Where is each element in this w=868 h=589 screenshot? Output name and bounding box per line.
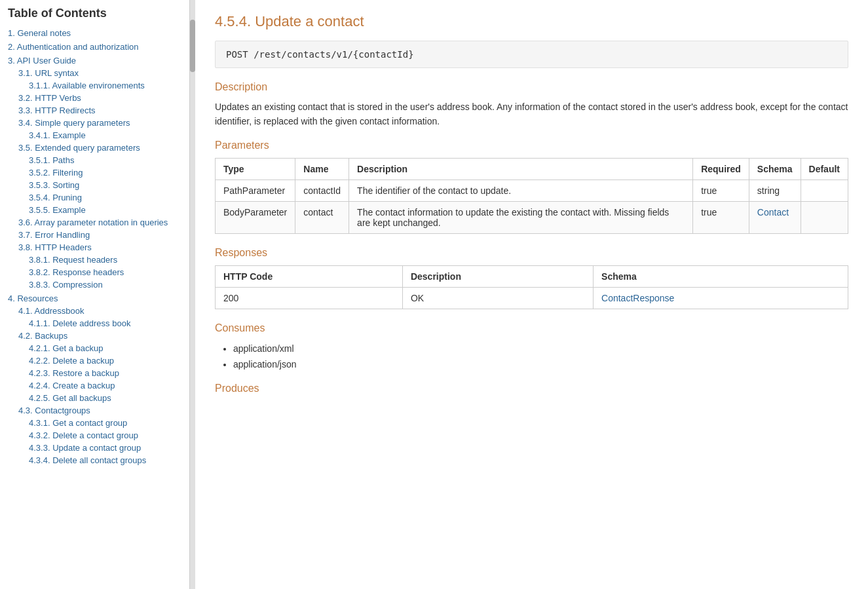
responses-section-title: Responses [215,247,848,259]
toc-title: Table of Contents [8,7,181,20]
toc-item[interactable]: 4.2.5. Get all backups [8,392,181,404]
params-table-header: Name [295,158,349,180]
toc-item[interactable]: 3.5.4. Pruning [8,191,181,204]
params-table-header: Schema [749,158,801,180]
schema-link[interactable]: Contact [757,207,789,218]
toc-item[interactable]: 3.8.1. Request headers [8,254,181,266]
responses-table-header: HTTP Code [216,265,403,287]
main-content: 4.5.4. Update a contact POST /rest/conta… [195,0,868,589]
page-title: 4.5.4. Update a contact [215,13,848,30]
toc-list: 1. General notes2. Authentication and au… [8,27,181,466]
description-text: Updates an existing contact that is stor… [215,100,848,129]
toc-item[interactable]: 4.1. Addressbook [8,305,181,317]
toc-item[interactable]: 3.5. Extended query parameters [8,142,181,154]
toc-item[interactable]: 3.7. Error Handling [8,229,181,241]
toc-item[interactable]: 3.1. URL syntax [8,67,181,79]
sidebar: Table of Contents 1. General notes2. Aut… [0,0,190,589]
toc-item[interactable]: 4.3.2. Delete a contact group [8,429,181,442]
toc-item[interactable]: 4.2.3. Restore a backup [8,367,181,379]
description-section-title: Description [215,81,848,93]
params-table-header: Type [216,158,295,180]
produces-section-title: Produces [215,383,848,394]
list-item: application/json [233,356,848,372]
toc-item[interactable]: 4.2.4. Create a backup [8,379,181,392]
toc-item[interactable]: 3.5.2. Filtering [8,166,181,179]
toc-item[interactable]: 4.3. Contactgroups [8,404,181,417]
toc-item[interactable]: 4.3.4. Delete all contact groups [8,454,181,466]
parameters-table: TypeNameDescriptionRequiredSchemaDefault… [215,158,848,234]
toc-item[interactable]: 3.1.1. Available environements [8,79,181,92]
responses-table: HTTP CodeDescriptionSchema 200OKContactR… [215,265,848,309]
toc-item[interactable]: 3.3. HTTP Redirects [8,104,181,117]
scrollbar-track[interactable] [190,0,195,589]
toc-item[interactable]: 2. Authentication and authorization [8,41,181,53]
scrollbar-thumb[interactable] [190,20,195,72]
code-block: POST /rest/contacts/v1/{contactId} [215,41,848,68]
consumes-list: application/xmlapplication/json [215,341,848,372]
params-table-header: Description [349,158,693,180]
toc-item[interactable]: 3.5.3. Sorting [8,179,181,191]
responses-table-header: Schema [594,265,848,287]
toc-item[interactable]: 3.4.1. Example [8,129,181,142]
table-row: BodyParametercontactThe contact informat… [216,201,848,233]
toc-item[interactable]: 3.2. HTTP Verbs [8,92,181,104]
toc-item[interactable]: 3.5.1. Paths [8,154,181,166]
toc-item[interactable]: 3.8.2. Response headers [8,266,181,278]
responses-table-header: Description [402,265,593,287]
consumes-section-title: Consumes [215,322,848,334]
toc-item[interactable]: 4.2. Backups [8,330,181,342]
toc-item[interactable]: 4.3.3. Update a contact group [8,442,181,454]
table-row: PathParametercontactIdThe identifier of … [216,180,848,201]
toc-item[interactable]: 3.8. HTTP Headers [8,241,181,254]
params-table-header: Required [693,158,749,180]
toc-item[interactable]: 1. General notes [8,27,181,39]
toc-item[interactable]: 3.4. Simple query parameters [8,117,181,129]
toc-item[interactable]: 4.1.1. Delete address book [8,317,181,330]
schema-link[interactable]: ContactResponse [601,293,674,303]
toc-item[interactable]: 3.8.3. Compression [8,278,181,291]
toc-item[interactable]: 4. Resources [8,292,181,305]
list-item: application/xml [233,341,848,356]
toc-item[interactable]: 3.5.5. Example [8,204,181,216]
toc-item[interactable]: 4.3.1. Get a contact group [8,417,181,429]
parameters-section-title: Parameters [215,140,848,151]
table-row: 200OKContactResponse [216,287,848,309]
params-table-header: Default [801,158,848,180]
toc-item[interactable]: 3. API User Guide [8,54,181,67]
toc-item[interactable]: 4.2.1. Get a backup [8,342,181,354]
toc-item[interactable]: 3.6. Array parameter notation in queries [8,216,181,229]
toc-item[interactable]: 4.2.2. Delete a backup [8,354,181,367]
